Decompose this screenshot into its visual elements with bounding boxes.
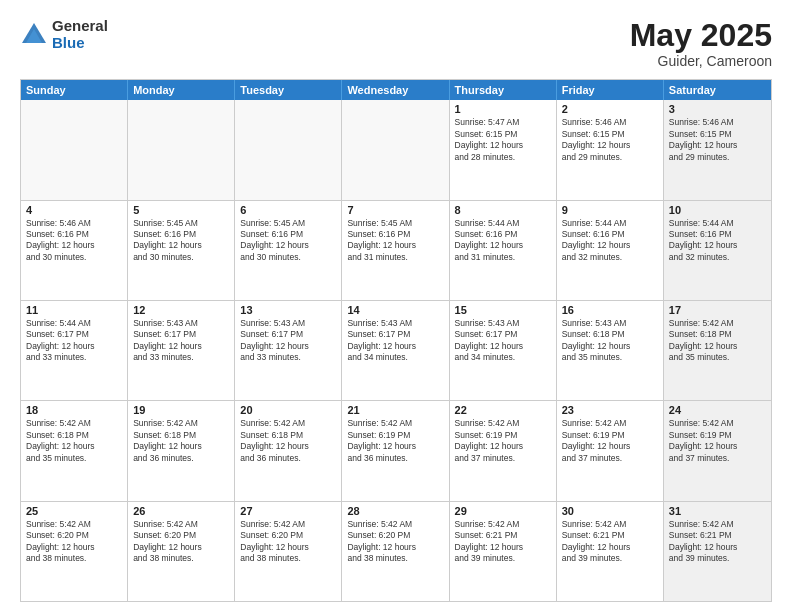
cal-cell-26: 26Sunrise: 5:42 AM Sunset: 6:20 PM Dayli… [128,502,235,601]
cell-info: Sunrise: 5:43 AM Sunset: 6:17 PM Dayligh… [240,318,336,364]
cal-cell-20: 20Sunrise: 5:42 AM Sunset: 6:18 PM Dayli… [235,401,342,500]
cell-info: Sunrise: 5:42 AM Sunset: 6:20 PM Dayligh… [133,519,229,565]
cell-info: Sunrise: 5:46 AM Sunset: 6:15 PM Dayligh… [669,117,766,163]
day-number: 8 [455,204,551,216]
day-number: 2 [562,103,658,115]
cell-info: Sunrise: 5:42 AM Sunset: 6:19 PM Dayligh… [562,418,658,464]
title-location: Guider, Cameroon [630,53,772,69]
calendar-body: 1Sunrise: 5:47 AM Sunset: 6:15 PM Daylig… [21,100,771,601]
day-number: 5 [133,204,229,216]
header: General Blue May 2025 Guider, Cameroon [20,18,772,69]
day-number: 3 [669,103,766,115]
cal-cell-empty-0-3 [342,100,449,199]
logo-icon [20,21,48,49]
cell-info: Sunrise: 5:42 AM Sunset: 6:20 PM Dayligh… [26,519,122,565]
cell-info: Sunrise: 5:46 AM Sunset: 6:16 PM Dayligh… [26,218,122,264]
cell-info: Sunrise: 5:47 AM Sunset: 6:15 PM Dayligh… [455,117,551,163]
cal-cell-9: 9Sunrise: 5:44 AM Sunset: 6:16 PM Daylig… [557,201,664,300]
cell-info: Sunrise: 5:42 AM Sunset: 6:21 PM Dayligh… [669,519,766,565]
day-number: 18 [26,404,122,416]
day-number: 25 [26,505,122,517]
cell-info: Sunrise: 5:45 AM Sunset: 6:16 PM Dayligh… [240,218,336,264]
logo: General Blue [20,18,108,51]
header-day-monday: Monday [128,80,235,100]
day-number: 20 [240,404,336,416]
cell-info: Sunrise: 5:42 AM Sunset: 6:20 PM Dayligh… [240,519,336,565]
logo-text: General Blue [52,18,108,51]
cal-cell-12: 12Sunrise: 5:43 AM Sunset: 6:17 PM Dayli… [128,301,235,400]
cell-info: Sunrise: 5:42 AM Sunset: 6:18 PM Dayligh… [240,418,336,464]
cal-cell-15: 15Sunrise: 5:43 AM Sunset: 6:17 PM Dayli… [450,301,557,400]
day-number: 26 [133,505,229,517]
cal-cell-empty-0-2 [235,100,342,199]
day-number: 1 [455,103,551,115]
cal-cell-2: 2Sunrise: 5:46 AM Sunset: 6:15 PM Daylig… [557,100,664,199]
day-number: 19 [133,404,229,416]
header-day-saturday: Saturday [664,80,771,100]
cell-info: Sunrise: 5:44 AM Sunset: 6:16 PM Dayligh… [669,218,766,264]
cell-info: Sunrise: 5:45 AM Sunset: 6:16 PM Dayligh… [133,218,229,264]
cal-cell-11: 11Sunrise: 5:44 AM Sunset: 6:17 PM Dayli… [21,301,128,400]
calendar-row-2: 4Sunrise: 5:46 AM Sunset: 6:16 PM Daylig… [21,200,771,300]
cal-cell-3: 3Sunrise: 5:46 AM Sunset: 6:15 PM Daylig… [664,100,771,199]
day-number: 7 [347,204,443,216]
cell-info: Sunrise: 5:42 AM Sunset: 6:18 PM Dayligh… [26,418,122,464]
day-number: 10 [669,204,766,216]
cal-cell-18: 18Sunrise: 5:42 AM Sunset: 6:18 PM Dayli… [21,401,128,500]
cal-cell-30: 30Sunrise: 5:42 AM Sunset: 6:21 PM Dayli… [557,502,664,601]
header-day-wednesday: Wednesday [342,80,449,100]
cell-info: Sunrise: 5:42 AM Sunset: 6:18 PM Dayligh… [669,318,766,364]
day-number: 23 [562,404,658,416]
cell-info: Sunrise: 5:45 AM Sunset: 6:16 PM Dayligh… [347,218,443,264]
cal-cell-19: 19Sunrise: 5:42 AM Sunset: 6:18 PM Dayli… [128,401,235,500]
cal-cell-8: 8Sunrise: 5:44 AM Sunset: 6:16 PM Daylig… [450,201,557,300]
cal-cell-empty-0-0 [21,100,128,199]
cal-cell-14: 14Sunrise: 5:43 AM Sunset: 6:17 PM Dayli… [342,301,449,400]
cal-cell-17: 17Sunrise: 5:42 AM Sunset: 6:18 PM Dayli… [664,301,771,400]
calendar-row-5: 25Sunrise: 5:42 AM Sunset: 6:20 PM Dayli… [21,501,771,601]
cal-cell-24: 24Sunrise: 5:42 AM Sunset: 6:19 PM Dayli… [664,401,771,500]
cell-info: Sunrise: 5:43 AM Sunset: 6:17 PM Dayligh… [455,318,551,364]
day-number: 13 [240,304,336,316]
day-number: 21 [347,404,443,416]
cell-info: Sunrise: 5:42 AM Sunset: 6:21 PM Dayligh… [455,519,551,565]
day-number: 24 [669,404,766,416]
cell-info: Sunrise: 5:42 AM Sunset: 6:20 PM Dayligh… [347,519,443,565]
cell-info: Sunrise: 5:42 AM Sunset: 6:19 PM Dayligh… [455,418,551,464]
day-number: 6 [240,204,336,216]
logo-general: General [52,18,108,35]
day-number: 22 [455,404,551,416]
day-number: 28 [347,505,443,517]
header-day-tuesday: Tuesday [235,80,342,100]
cell-info: Sunrise: 5:46 AM Sunset: 6:15 PM Dayligh… [562,117,658,163]
cell-info: Sunrise: 5:42 AM Sunset: 6:21 PM Dayligh… [562,519,658,565]
cell-info: Sunrise: 5:42 AM Sunset: 6:19 PM Dayligh… [669,418,766,464]
cell-info: Sunrise: 5:42 AM Sunset: 6:18 PM Dayligh… [133,418,229,464]
day-number: 29 [455,505,551,517]
cal-cell-25: 25Sunrise: 5:42 AM Sunset: 6:20 PM Dayli… [21,502,128,601]
cal-cell-22: 22Sunrise: 5:42 AM Sunset: 6:19 PM Dayli… [450,401,557,500]
header-day-sunday: Sunday [21,80,128,100]
cell-info: Sunrise: 5:44 AM Sunset: 6:16 PM Dayligh… [455,218,551,264]
day-number: 17 [669,304,766,316]
cal-cell-10: 10Sunrise: 5:44 AM Sunset: 6:16 PM Dayli… [664,201,771,300]
calendar-row-3: 11Sunrise: 5:44 AM Sunset: 6:17 PM Dayli… [21,300,771,400]
cal-cell-23: 23Sunrise: 5:42 AM Sunset: 6:19 PM Dayli… [557,401,664,500]
calendar-row-4: 18Sunrise: 5:42 AM Sunset: 6:18 PM Dayli… [21,400,771,500]
cell-info: Sunrise: 5:43 AM Sunset: 6:18 PM Dayligh… [562,318,658,364]
page: General Blue May 2025 Guider, Cameroon S… [0,0,792,612]
cell-info: Sunrise: 5:43 AM Sunset: 6:17 PM Dayligh… [133,318,229,364]
cal-cell-21: 21Sunrise: 5:42 AM Sunset: 6:19 PM Dayli… [342,401,449,500]
cal-cell-4: 4Sunrise: 5:46 AM Sunset: 6:16 PM Daylig… [21,201,128,300]
header-day-friday: Friday [557,80,664,100]
day-number: 11 [26,304,122,316]
day-number: 16 [562,304,658,316]
cal-cell-5: 5Sunrise: 5:45 AM Sunset: 6:16 PM Daylig… [128,201,235,300]
day-number: 4 [26,204,122,216]
header-day-thursday: Thursday [450,80,557,100]
day-number: 12 [133,304,229,316]
day-number: 30 [562,505,658,517]
cal-cell-1: 1Sunrise: 5:47 AM Sunset: 6:15 PM Daylig… [450,100,557,199]
cell-info: Sunrise: 5:44 AM Sunset: 6:16 PM Dayligh… [562,218,658,264]
cal-cell-31: 31Sunrise: 5:42 AM Sunset: 6:21 PM Dayli… [664,502,771,601]
